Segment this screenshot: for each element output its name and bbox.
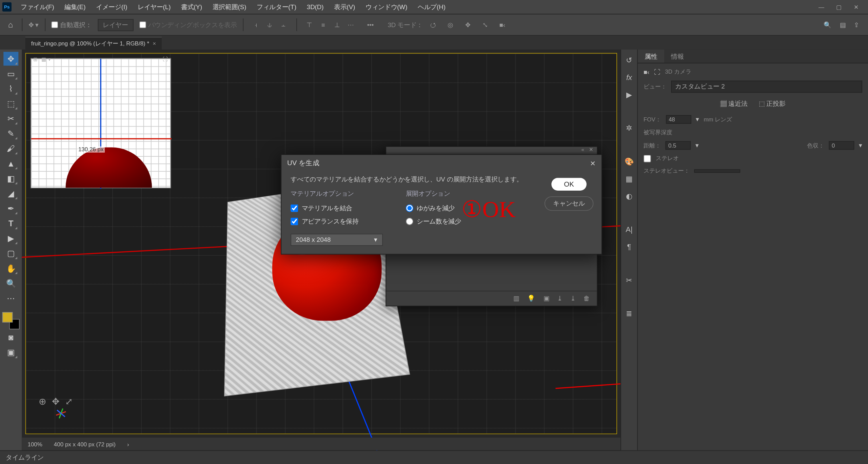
menu-type[interactable]: 書式(Y) [176, 1, 206, 13]
quick-select-tool[interactable]: ⬚ [3, 97, 18, 111]
nav-panel-icon[interactable]: ✲ [624, 122, 635, 134]
new-icon[interactable]: ⤓ [557, 295, 562, 302]
fov-input[interactable] [666, 115, 691, 124]
timeline-tab[interactable]: タイムライン [6, 453, 44, 462]
add-light-icon[interactable]: 💡 [527, 295, 535, 302]
dialog-close-icon[interactable]: ✕ [590, 159, 596, 167]
share-icon[interactable]: ⇪ [854, 21, 859, 28]
keep-appearance-checkbox[interactable]: アピアランスを保持 [291, 217, 383, 226]
fx-panel-icon[interactable]: fx [624, 72, 635, 83]
distance-input[interactable] [665, 141, 691, 150]
menu-file[interactable]: ファイル(F) [16, 1, 59, 13]
shape-tool[interactable]: ▢ [3, 247, 18, 260]
slide-icon[interactable]: ⤡ [478, 18, 492, 32]
arrange-docs-icon[interactable]: ▤ [840, 21, 846, 28]
gradient-tool[interactable]: ◢ [3, 187, 18, 200]
menu-edit[interactable]: 編集(E) [60, 1, 90, 13]
play-panel-icon[interactable]: ▶ [624, 89, 635, 100]
char-panel-icon[interactable]: A| [624, 224, 635, 235]
stereo-checkbox[interactable]: ステレオ [644, 154, 862, 162]
quickmask-icon[interactable]: ◙ [3, 330, 18, 344]
zoom-level[interactable]: 100% [27, 441, 42, 447]
doc-dimensions[interactable]: 400 px x 400 px (72 ppi) [54, 441, 116, 447]
type-tool[interactable]: T [3, 216, 18, 230]
tab-info[interactable]: 情報 [664, 50, 691, 63]
show-bbox-checkbox[interactable]: バウンディングボックスを表示 [139, 20, 237, 29]
zoom-tool[interactable]: 🔍 [3, 276, 18, 290]
adjust-panel-icon[interactable]: ◐ [624, 190, 635, 201]
merge-materials-checkbox[interactable]: マテリアルを結合 [291, 204, 383, 212]
menu-filter[interactable]: フィルター(T) [252, 1, 301, 13]
menu-select[interactable]: 選択範囲(S) [208, 1, 251, 13]
trash-icon[interactable]: 🗑 [584, 295, 590, 302]
roll-icon[interactable]: ◎ [443, 18, 457, 32]
crop-tool[interactable]: ✂ [3, 112, 18, 125]
home-icon[interactable]: ⌂ [5, 20, 17, 29]
marquee-tool[interactable]: ▭ [3, 67, 18, 81]
tab-properties[interactable]: 属性 [638, 50, 664, 63]
more-options-icon[interactable]: ••• [363, 18, 377, 32]
eyedropper-tool[interactable]: ✎ [3, 127, 18, 140]
align-vcenter-icon[interactable]: ≡ [316, 18, 330, 32]
menu-3d[interactable]: 3D(D) [302, 2, 328, 12]
hand-tool[interactable]: ✋ [3, 262, 18, 275]
ok-button[interactable]: OK [551, 178, 587, 191]
document-tab[interactable]: fruit_ringo.png @ 100% (レイヤー 1, RGB/8) *… [25, 37, 162, 50]
render-icon[interactable]: ▣ [544, 295, 549, 302]
secondary-view[interactable]: ⊞▦ ▾⛶ 130.26 px [31, 58, 171, 188]
color-swatches[interactable] [2, 312, 20, 329]
brush-tool[interactable]: 🖌 [3, 142, 18, 156]
auto-select-target[interactable]: レイヤー [98, 19, 133, 31]
panel-collapse-icon[interactable]: « [581, 147, 585, 153]
reduce-seams-radio[interactable]: シーム数を減少 [406, 217, 461, 226]
menu-view[interactable]: 表示(V) [330, 1, 360, 13]
new-icon-2[interactable]: ⤓ [570, 295, 575, 302]
color-panel-icon[interactable]: 🎨 [624, 155, 635, 167]
cancel-button[interactable]: キャンセル [545, 196, 593, 211]
reduce-distortion-radio[interactable]: ゆがみを減少 [406, 204, 461, 212]
menu-window[interactable]: ウィンドウ(W) [361, 1, 412, 13]
window-close-icon[interactable]: ✕ [852, 3, 860, 11]
panel-close-icon[interactable]: ✕ [589, 147, 594, 153]
camera-icon[interactable]: ■‹ [495, 18, 509, 32]
layers-panel-icon[interactable]: ≣ [624, 308, 635, 319]
perspective-toggle[interactable]: ▦ 遠近法 [720, 100, 747, 108]
edit-toolbar-icon[interactable]: ⋯ [3, 291, 18, 305]
align-bottom-icon[interactable]: ⊥ [330, 18, 344, 32]
swatches-panel-icon[interactable]: ▦ [624, 173, 635, 184]
stereo-view-select[interactable] [694, 169, 740, 173]
align-top-icon[interactable]: ⊤ [302, 18, 316, 32]
blur-input[interactable] [829, 141, 854, 150]
menu-layer[interactable]: レイヤー(L) [133, 1, 175, 13]
timeline-bar[interactable]: タイムライン [0, 450, 868, 464]
pan-icon[interactable]: ✥ [461, 18, 475, 32]
view-select[interactable]: カスタムビュー 2 [671, 81, 862, 93]
move-tool[interactable]: ✥ [3, 52, 18, 66]
move-tool-icon[interactable]: ✥ ▾ [28, 21, 39, 28]
auto-select-checkbox[interactable]: 自動選択： [51, 20, 92, 29]
ortho-toggle[interactable]: ⬚ 正投影 [759, 100, 785, 108]
axis-gizmo[interactable] [48, 403, 68, 423]
history-panel-icon[interactable]: ↺ [624, 54, 635, 66]
screenmode-icon[interactable]: ▣ [3, 346, 18, 360]
align-left-icon[interactable]: ⫞ [249, 18, 263, 32]
distribute-icon[interactable]: ⋯ [344, 18, 358, 32]
eraser-tool[interactable]: ◧ [3, 172, 18, 186]
uv-size-select[interactable]: 2048 x 2048▾ [291, 234, 383, 246]
align-right-icon[interactable]: ⫠ [277, 18, 291, 32]
align-hcenter-icon[interactable]: ⫝ [263, 18, 277, 32]
menu-image[interactable]: イメージ(I) [91, 1, 132, 13]
status-menu-icon[interactable]: › [127, 441, 129, 447]
tools-panel-icon[interactable]: ✂ [624, 274, 635, 286]
path-select-tool[interactable]: ▶ [3, 231, 18, 245]
window-minimize-icon[interactable]: — [817, 3, 826, 11]
fg-color-swatch[interactable] [2, 312, 13, 323]
pen-tool[interactable]: ✒ [3, 201, 18, 215]
menu-help[interactable]: ヘルプ(H) [413, 1, 450, 13]
lasso-tool[interactable]: ⌇ [3, 82, 18, 96]
window-maximize-icon[interactable]: ▢ [835, 3, 843, 11]
close-tab-icon[interactable]: × [153, 40, 156, 47]
orbit-icon[interactable]: ⭯ [426, 18, 440, 32]
panel-icon[interactable]: ▥ [513, 295, 519, 302]
stamp-tool[interactable]: ▲ [3, 157, 18, 171]
